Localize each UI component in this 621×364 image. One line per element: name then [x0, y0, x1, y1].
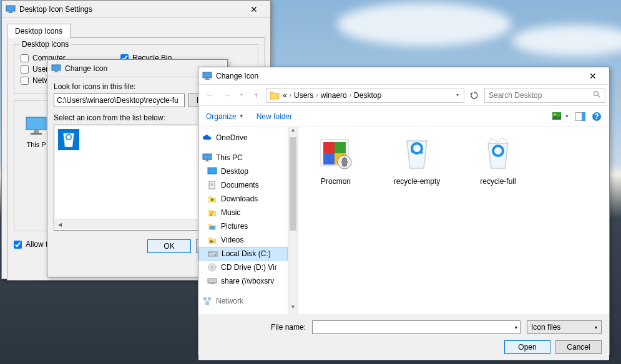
downloads-icon	[207, 194, 217, 204]
tree-item-onedrive[interactable]: OneDrive	[198, 131, 288, 145]
ok-button[interactable]: OK	[147, 239, 191, 253]
checkbox-label: Allow t	[26, 240, 47, 249]
recent-dropdown[interactable]: ▾	[237, 88, 246, 103]
recycle-bin-empty-icon	[397, 133, 437, 173]
file-item[interactable]: recycle-full	[467, 133, 529, 186]
cloud-icon	[202, 133, 212, 143]
view-menu[interactable]: ▼	[552, 112, 569, 121]
open-button[interactable]: Open	[504, 340, 550, 354]
breadcrumb[interactable]: « › Users › winaero › Desktop ▾	[266, 88, 464, 103]
search-box[interactable]	[484, 88, 605, 103]
scroll-thumb[interactable]	[290, 137, 296, 231]
scroll-left-icon[interactable]: ◀	[55, 220, 65, 229]
svg-rect-5	[31, 133, 42, 135]
up-button[interactable]: ↑	[248, 88, 263, 103]
pictures-icon	[207, 221, 217, 231]
breadcrumb-item[interactable]: Users	[294, 91, 313, 100]
organize-menu[interactable]: Organize▼	[206, 112, 244, 121]
titlebar: Desktop Icon Settings ✕	[2, 1, 270, 18]
chevron-down-icon: ▼	[239, 113, 244, 119]
icon-list[interactable]: ◀ ▶	[54, 125, 221, 231]
desktop-icon	[207, 166, 217, 176]
tree-item-music[interactable]: Music	[198, 206, 288, 219]
close-button[interactable]: ✕	[580, 69, 605, 84]
tab-desktop-icons[interactable]: Desktop Icons	[7, 24, 71, 38]
chevron-right-icon: ›	[316, 92, 318, 98]
groupbox-label: Desktop icons	[19, 40, 71, 49]
chevron-down-icon[interactable]: ▾	[454, 92, 461, 98]
refresh-button[interactable]	[467, 88, 482, 103]
disk-icon	[208, 249, 218, 259]
svg-rect-6	[52, 65, 61, 70]
tree-item-pictures[interactable]: Pictures	[198, 219, 288, 233]
checkbox-network[interactable]	[21, 77, 29, 85]
file-browser-window: Change Icon ✕ ← → ▾ ↑ « › Users › winaer…	[198, 67, 610, 355]
checkbox-users[interactable]	[21, 65, 29, 74]
tree-item-downloads[interactable]: Downloads	[198, 192, 288, 206]
tree-item-share[interactable]: share (\\vboxsrv	[198, 274, 288, 288]
close-button[interactable]: ✕	[242, 2, 266, 17]
svg-point-12	[594, 91, 599, 95]
svg-point-34	[212, 267, 213, 269]
svg-rect-41	[335, 142, 346, 153]
breadcrumb-prefix: «	[283, 91, 287, 100]
breadcrumb-item[interactable]: Desktop	[354, 91, 381, 100]
tree-item-desktop[interactable]: Desktop	[198, 165, 288, 178]
checkbox-label: User	[32, 65, 48, 74]
file-panel[interactable]: Procmon recycle-empty recycle-full	[298, 127, 609, 314]
tree-item-localdisk[interactable]: Local Disk (C:)	[198, 247, 288, 261]
recycle-bin-full-icon	[478, 133, 518, 173]
toolbar: Organize▼ New folder ▼ ?	[198, 106, 609, 127]
chevron-down-icon: ▾	[515, 325, 517, 330]
filetype-combo[interactable]: Icon files▾	[527, 320, 602, 334]
tree-item-documents[interactable]: Documents	[198, 178, 288, 192]
svg-rect-29	[210, 226, 215, 229]
forward-button[interactable]: →	[220, 88, 235, 103]
titlebar: Change Icon ✕	[198, 67, 609, 85]
svg-rect-1	[9, 11, 12, 12]
svg-rect-20	[203, 154, 212, 160]
scrollbar-vertical[interactable]: ▲ ▼	[288, 127, 298, 314]
window-title: Change Icon	[216, 72, 580, 80]
scroll-down-icon[interactable]: ▼	[288, 304, 298, 314]
svg-rect-21	[206, 160, 208, 161]
checkbox-computer[interactable]	[21, 54, 29, 62]
back-button[interactable]: ←	[202, 88, 217, 103]
svg-rect-40	[323, 142, 335, 153]
documents-icon	[207, 180, 217, 190]
svg-rect-9	[203, 72, 212, 78]
svg-rect-8	[54, 72, 59, 72]
scrollbar-horizontal[interactable]: ◀ ▶	[55, 219, 220, 229]
svg-rect-17	[582, 112, 585, 121]
tree-item-thispc[interactable]: This PC	[198, 151, 288, 165]
cd-icon	[207, 262, 217, 272]
icon-label: This P	[26, 141, 46, 149]
icon-path-input[interactable]	[54, 93, 185, 107]
help-button[interactable]: ?	[592, 112, 602, 122]
search-input[interactable]	[489, 91, 593, 100]
dialog-footer: File name: ▾ Icon files▾ Open Cancel	[198, 314, 609, 360]
file-item[interactable]: Procmon	[305, 133, 367, 186]
tree-item-cddrive[interactable]: CD Drive (D:) Vir	[198, 261, 288, 274]
scroll-up-icon[interactable]: ▲	[288, 127, 298, 137]
svg-rect-22	[205, 161, 210, 161]
preview-pane-toggle[interactable]	[575, 112, 585, 121]
nav-bar: ← → ▾ ↑ « › Users › winaero › Desktop ▾	[198, 85, 609, 106]
icon-option[interactable]	[58, 129, 79, 150]
network-icon	[202, 296, 212, 306]
file-item[interactable]: recycle-empty	[386, 133, 448, 186]
chevron-down-icon: ▾	[595, 325, 597, 330]
monitor-icon	[202, 153, 212, 163]
folder-tree[interactable]: OneDrive This PC Desktop Documents Downl…	[198, 127, 288, 314]
tree-item-videos[interactable]: Videos	[198, 233, 288, 247]
svg-rect-3	[26, 117, 46, 130]
svg-rect-2	[8, 12, 13, 13]
svg-rect-35	[208, 279, 217, 283]
checkbox-allow-themes[interactable]	[14, 241, 22, 249]
tree-item-network[interactable]: Network	[198, 294, 288, 308]
breadcrumb-item[interactable]: winaero	[321, 91, 347, 100]
filename-combo[interactable]: ▾	[312, 320, 521, 334]
monitor-icon	[6, 4, 16, 14]
new-folder-button[interactable]: New folder	[257, 112, 292, 121]
cancel-button[interactable]: Cancel	[555, 340, 602, 354]
